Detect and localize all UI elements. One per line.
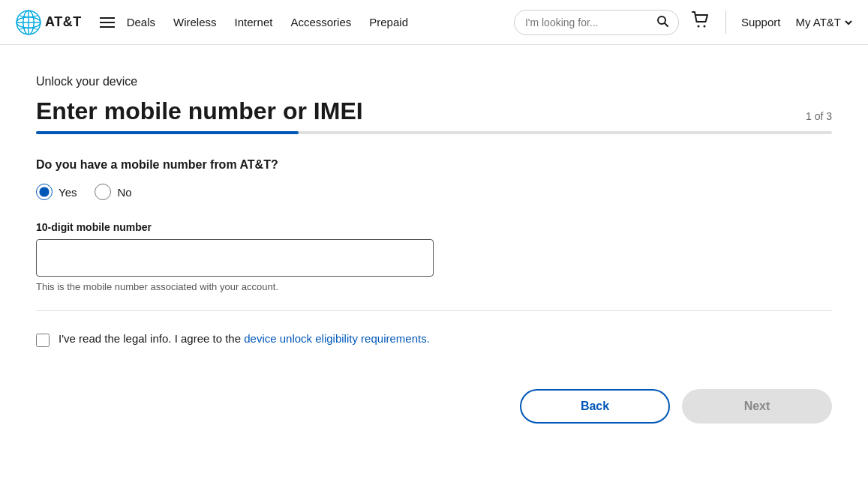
search-button[interactable] xyxy=(656,15,668,30)
legal-checkbox-row: I've read the legal info. I agree to the… xyxy=(36,332,832,347)
header: AT&T Deals Wireless Internet Accessories… xyxy=(0,0,868,45)
radio-yes-option[interactable]: Yes xyxy=(36,184,77,200)
radio-yes-input[interactable] xyxy=(36,184,53,200)
search-icon xyxy=(656,15,668,27)
svg-point-8 xyxy=(703,25,705,27)
progress-bar-fill xyxy=(36,131,299,134)
footer-buttons: Back Next xyxy=(0,389,868,424)
progress-bar-container xyxy=(36,131,832,134)
myatt-label: My AT&T xyxy=(795,16,841,28)
header-right: Support My AT&T xyxy=(691,10,853,34)
form-divider xyxy=(36,310,832,311)
field-hint: This is the mobile number associated wit… xyxy=(36,281,832,292)
header-divider xyxy=(725,11,726,34)
cart-icon xyxy=(691,10,710,30)
next-button[interactable]: Next xyxy=(682,389,832,424)
nav-deals[interactable]: Deals xyxy=(127,16,155,28)
chevron-down-icon xyxy=(844,18,853,27)
svg-point-7 xyxy=(697,25,699,27)
att-globe-icon xyxy=(15,9,42,36)
search-input[interactable] xyxy=(525,16,656,28)
hamburger-line-3 xyxy=(100,26,115,28)
step-indicator: 1 of 3 xyxy=(806,110,832,122)
nav-internet[interactable]: Internet xyxy=(235,16,273,28)
main-nav: Deals Wireless Internet Accessories Prep… xyxy=(127,16,502,28)
field-label: 10-digit mobile number xyxy=(36,221,832,233)
radio-no-label: No xyxy=(117,186,131,199)
myatt-button[interactable]: My AT&T xyxy=(795,16,853,28)
title-row: Enter mobile number or IMEI 1 of 3 xyxy=(36,97,832,125)
search-bar xyxy=(514,10,679,35)
radio-group: Yes No xyxy=(36,184,832,200)
checkbox-label-text: I've read the legal info. I agree to the… xyxy=(59,332,430,345)
radio-no-option[interactable]: No xyxy=(95,184,131,200)
hamburger-line-2 xyxy=(100,22,115,23)
att-logo-text: AT&T xyxy=(45,14,82,30)
cart-button[interactable] xyxy=(691,10,710,34)
att-logo: AT&T xyxy=(15,9,82,36)
main-content: Unlock your device Enter mobile number o… xyxy=(0,45,868,389)
nav-wireless[interactable]: Wireless xyxy=(173,16,217,28)
question-label: Do you have a mobile number from AT&T? xyxy=(36,158,832,172)
legal-checkbox[interactable] xyxy=(36,334,50,347)
radio-no-input[interactable] xyxy=(95,184,111,200)
checkbox-text-before: I've read the legal info. I agree to the xyxy=(59,332,244,345)
eligibility-link[interactable]: device unlock eligibility requirements. xyxy=(244,332,430,345)
mobile-number-input[interactable] xyxy=(36,239,434,277)
mobile-number-field: 10-digit mobile number This is the mobil… xyxy=(36,221,832,292)
hamburger-button[interactable] xyxy=(94,11,121,34)
support-link[interactable]: Support xyxy=(741,16,781,28)
nav-accessories[interactable]: Accessories xyxy=(290,16,351,28)
svg-line-6 xyxy=(665,23,668,26)
hamburger-line-1 xyxy=(100,17,115,19)
page-title: Enter mobile number or IMEI xyxy=(36,97,363,125)
back-button[interactable]: Back xyxy=(520,389,670,424)
radio-yes-label: Yes xyxy=(59,186,77,199)
nav-prepaid[interactable]: Prepaid xyxy=(369,16,408,28)
page-subtitle: Unlock your device xyxy=(36,75,832,88)
